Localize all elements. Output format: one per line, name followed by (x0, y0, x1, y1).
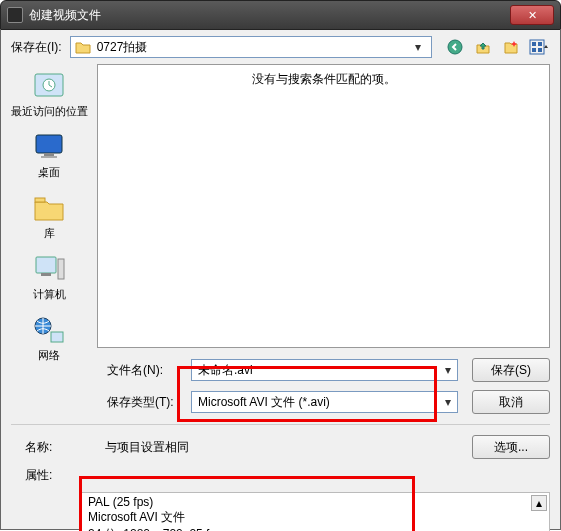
svg-rect-4 (532, 48, 536, 52)
titlebar: 创建视频文件 ✕ (0, 0, 561, 30)
empty-message: 没有与搜索条件匹配的项。 (252, 72, 396, 86)
chevron-down-icon[interactable]: ▾ (439, 360, 457, 380)
name-value: 与项目设置相同 (105, 439, 472, 456)
svg-rect-5 (538, 48, 542, 52)
network-icon (31, 314, 67, 346)
place-computer[interactable]: 计算机 (31, 253, 67, 302)
file-list-pane[interactable]: 没有与搜索条件匹配的项。 (97, 64, 550, 348)
divider (11, 424, 550, 425)
location-value: 0727拍摄 (97, 39, 148, 56)
attr-label: 属性: (25, 467, 105, 484)
up-icon[interactable] (472, 36, 494, 58)
desktop-icon (31, 131, 67, 163)
close-button[interactable]: ✕ (510, 5, 554, 25)
place-recent[interactable]: 最近访问的位置 (11, 70, 88, 119)
options-button[interactable]: 选项... (472, 435, 550, 459)
attr-line: 24 位, 1280 x 720, 25 fps (88, 526, 543, 531)
place-library[interactable]: 库 (31, 192, 67, 241)
filename-value: 未命名.avi (198, 362, 253, 379)
chevron-down-icon[interactable]: ▾ (409, 40, 427, 54)
library-icon (31, 192, 67, 224)
recent-icon (31, 70, 67, 102)
chevron-down-icon[interactable]: ▾ (439, 392, 457, 412)
svg-rect-2 (532, 42, 536, 46)
name-label: 名称: (25, 439, 105, 456)
save-button[interactable]: 保存(S) (472, 358, 550, 382)
svg-rect-13 (58, 259, 64, 279)
place-label: 网络 (38, 348, 60, 363)
filename-label: 文件名(N): (107, 362, 187, 379)
svg-rect-11 (35, 198, 45, 202)
location-dropdown[interactable]: 0727拍摄 ▾ (70, 36, 432, 58)
place-network[interactable]: 网络 (31, 314, 67, 363)
place-label: 计算机 (33, 287, 66, 302)
attr-line: Microsoft AVI 文件 (88, 509, 543, 526)
place-label: 桌面 (38, 165, 60, 180)
new-folder-icon[interactable] (500, 36, 522, 58)
place-label: 库 (44, 226, 55, 241)
places-bar: 最近访问的位置 桌面 库 计算机 网络 (1, 64, 97, 354)
svg-point-0 (448, 40, 462, 54)
view-menu-icon[interactable] (528, 36, 550, 58)
svg-rect-14 (41, 273, 51, 276)
svg-rect-16 (51, 332, 63, 342)
filetype-select[interactable]: Microsoft AVI 文件 (*.avi) ▾ (191, 391, 458, 413)
window-title: 创建视频文件 (29, 7, 510, 24)
attributes-box: PAL (25 fps) Microsoft AVI 文件 24 位, 1280… (81, 492, 550, 531)
computer-icon (31, 253, 67, 285)
cancel-button[interactable]: 取消 (472, 390, 550, 414)
svg-rect-10 (41, 156, 57, 158)
back-icon[interactable] (444, 36, 466, 58)
app-icon (7, 7, 23, 23)
scrollbar[interactable]: ▴ ▾ (531, 495, 547, 531)
svg-rect-3 (538, 42, 542, 46)
place-desktop[interactable]: 桌面 (31, 131, 67, 180)
attr-line: PAL (25 fps) (88, 495, 543, 509)
savein-label: 保存在(I): (11, 39, 62, 56)
place-label: 最近访问的位置 (11, 104, 88, 119)
filename-input[interactable]: 未命名.avi ▾ (191, 359, 458, 381)
scroll-up-icon[interactable]: ▴ (531, 495, 547, 511)
filetype-value: Microsoft AVI 文件 (*.avi) (198, 394, 330, 411)
filetype-label: 保存类型(T): (107, 394, 187, 411)
svg-rect-8 (36, 135, 62, 153)
folder-icon (75, 40, 91, 54)
svg-rect-12 (36, 257, 56, 273)
svg-rect-9 (44, 153, 54, 156)
